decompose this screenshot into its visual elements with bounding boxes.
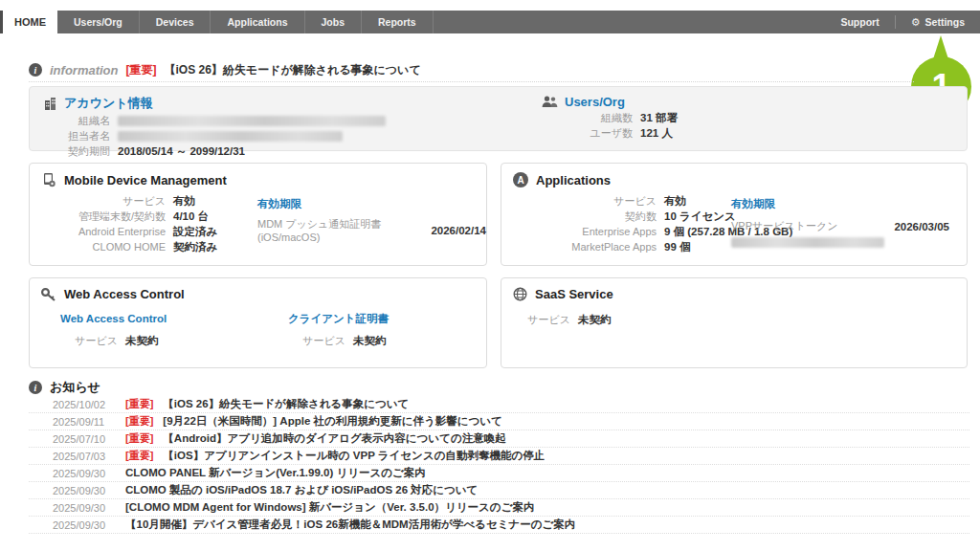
mdm-device-count-label: 管理端末数/契約数 bbox=[41, 209, 166, 223]
org-count-value: 31 部署 bbox=[640, 111, 678, 124]
information-link[interactable]: 【iOS 26】紛失モードが解除される事象について bbox=[165, 62, 421, 78]
news-date: 2025/09/30 bbox=[53, 519, 116, 531]
important-tag: [重要] bbox=[125, 431, 153, 446]
mdm-clomo-home-label: CLOMO HOME bbox=[41, 240, 166, 253]
wac-card: Web Access Control Web Access Control サー… bbox=[29, 277, 487, 368]
news-link[interactable]: CLOMO 製品の iOS/iPadOS 18.7 および iOS/iPadOS… bbox=[125, 483, 478, 497]
news-row: 2025/07/03 [重要] 【iOS】アプリアンインストール時の VPP ラ… bbox=[29, 448, 969, 465]
vpp-token-date: 2026/03/05 bbox=[894, 221, 949, 232]
vpp-token-label: VPPサービストークン bbox=[731, 220, 838, 231]
tab-applications[interactable]: Applications bbox=[211, 11, 304, 33]
important-tag: [重要] bbox=[125, 397, 153, 411]
wac-card-title: Web Access Control bbox=[64, 287, 185, 301]
info-icon: i bbox=[29, 63, 42, 77]
applications-card-title: Applications bbox=[536, 173, 611, 187]
user-count-label: ユーザ数 bbox=[542, 126, 633, 140]
key-icon bbox=[41, 288, 56, 301]
mdm-device-count-value: 4/10 台 bbox=[173, 209, 209, 223]
news-link[interactable]: 【Android】アプリ追加時のダイアログ表示内容についての注意喚起 bbox=[163, 431, 505, 446]
mdm-push-cert-date: 2026/02/14 bbox=[431, 225, 486, 236]
wac-link[interactable]: Web Access Control bbox=[60, 313, 167, 324]
information-label: information bbox=[50, 63, 119, 77]
mdm-push-cert-label: MDM プッシュ通知証明書 (iOS/macOS) bbox=[257, 217, 423, 243]
tab-jobs[interactable]: Jobs bbox=[305, 11, 363, 33]
org-name-redacted bbox=[118, 116, 386, 126]
news-icon: i bbox=[29, 381, 42, 394]
news-row: 2025/09/30 【10月開催】デバイス管理者必見！iOS 26新機能＆MD… bbox=[29, 517, 969, 534]
users-org-title[interactable]: Users/Org bbox=[565, 95, 625, 109]
top-nav-bar: HOME Users/Org Devices Applications Jobs… bbox=[0, 11, 980, 33]
saas-card: SaaS Service サービス 未契約 bbox=[501, 277, 968, 368]
news-list: 2025/10/02 [重要] 【iOS 26】紛失モードが解除される事象につい… bbox=[29, 396, 969, 534]
client-cert-service-value: 未契約 bbox=[353, 334, 387, 347]
news-link[interactable]: [9月22日（米国時間）] Apple 社の利用規約更新に伴う影響について bbox=[163, 414, 502, 429]
mdm-android-enterprise-label: Android Enterprise bbox=[41, 225, 166, 238]
appstore-icon: A bbox=[513, 172, 528, 187]
apps-marketplace-label: MarketPlace Apps bbox=[513, 240, 657, 253]
client-cert-link[interactable]: クライアント証明書 bbox=[288, 313, 389, 324]
important-tag: [重要] bbox=[126, 62, 157, 78]
nav-right-group: Support ⚙ Settings bbox=[825, 11, 980, 33]
mdm-service-value: 有効 bbox=[173, 194, 195, 208]
tab-users-org[interactable]: Users/Org bbox=[57, 11, 140, 33]
news-link[interactable]: 【iOS 26】紛失モードが解除される事象について bbox=[163, 397, 409, 411]
news-row: 2025/09/30 CLOMO PANEL 新バージョン(Ver.1.99.0… bbox=[29, 465, 969, 482]
account-info-section: アカウント情報 組織名 担当者名 契約期間 2018/05/14 ～ 2099/… bbox=[43, 95, 386, 158]
news-date: 2025/07/10 bbox=[53, 433, 116, 445]
contract-period-label: 契約期間 bbox=[43, 144, 110, 158]
mdm-clomo-home-value: 契約済み bbox=[173, 240, 217, 253]
contact-name-label: 担当者名 bbox=[43, 129, 110, 143]
account-info-title[interactable]: アカウント情報 bbox=[64, 95, 153, 112]
news-row: 2025/09/11 [重要] [9月22日（米国時間）] Apple 社の利用… bbox=[29, 413, 969, 430]
gear-icon: ⚙ bbox=[911, 17, 921, 28]
news-row: 2025/09/30 [CLOMO MDM Agent for Windows]… bbox=[29, 499, 969, 517]
apps-expiry-link[interactable]: 有効期限 bbox=[731, 198, 775, 209]
client-cert-service-label: サービス bbox=[288, 334, 345, 347]
support-button[interactable]: Support bbox=[825, 11, 894, 33]
contact-name-redacted bbox=[118, 131, 343, 142]
news-date: 2025/10/02 bbox=[53, 399, 116, 410]
apps-marketplace-value: 99 個 bbox=[664, 240, 691, 253]
applications-card: A Applications サービス有効 契約数10 ライセンス Enterp… bbox=[501, 163, 968, 266]
tab-home[interactable]: HOME bbox=[3, 11, 57, 33]
apps-service-value: 有効 bbox=[664, 194, 686, 208]
mdm-android-enterprise-value: 設定済み bbox=[173, 225, 217, 238]
org-name-label: 組織名 bbox=[43, 114, 110, 127]
mdm-service-label: サービス bbox=[41, 194, 166, 208]
apps-enterprise-label: Enterprise Apps bbox=[513, 225, 657, 238]
user-count-value: 121 人 bbox=[640, 126, 673, 140]
news-link[interactable]: CLOMO PANEL 新バージョン(Ver.1.99.0) リリースのご案内 bbox=[125, 466, 426, 480]
users-icon bbox=[542, 96, 558, 108]
news-row: 2025/07/10 [重要] 【Android】アプリ追加時のダイアログ表示内… bbox=[29, 430, 969, 448]
org-count-label: 組織数 bbox=[542, 111, 633, 124]
news-row: 2025/09/30 CLOMO 製品の iOS/iPadOS 18.7 および… bbox=[29, 482, 969, 499]
tab-devices[interactable]: Devices bbox=[140, 11, 212, 33]
news-row: 2025/10/02 [重要] 【iOS 26】紛失モードが解除される事象につい… bbox=[29, 396, 969, 413]
settings-button[interactable]: ⚙ Settings bbox=[896, 11, 980, 33]
device-gear-icon bbox=[41, 172, 56, 187]
apps-license-label: 契約数 bbox=[513, 209, 657, 223]
news-header: i お知らせ bbox=[29, 379, 100, 396]
settings-label: Settings bbox=[925, 16, 965, 28]
news-link[interactable]: 【10月開催】デバイス管理者必見！iOS 26新機能＆MDM活用術が学べるセミナ… bbox=[125, 518, 575, 532]
news-date: 2025/09/11 bbox=[53, 416, 116, 428]
important-tag: [重要] bbox=[125, 449, 153, 463]
tab-reports[interactable]: Reports bbox=[362, 11, 434, 33]
information-bar: i information [重要] 【iOS 26】紛失モードが解除される事象… bbox=[29, 58, 914, 82]
saas-service-value: 未契約 bbox=[578, 313, 612, 326]
apps-service-label: サービス bbox=[513, 194, 657, 208]
news-date: 2025/09/30 bbox=[53, 502, 116, 514]
wac-service-label: サービス bbox=[60, 334, 118, 347]
news-date: 2025/09/30 bbox=[53, 468, 116, 479]
saas-card-title: SaaS Service bbox=[535, 287, 613, 301]
vpp-token-redacted bbox=[731, 237, 884, 248]
important-tag: [重要] bbox=[125, 414, 153, 429]
news-date: 2025/07/03 bbox=[53, 451, 116, 462]
news-link[interactable]: 【iOS】アプリアンインストール時の VPP ライセンスの自動剥奪機能の停止 bbox=[163, 449, 545, 463]
news-link[interactable]: [CLOMO MDM Agent for Windows] 新バージョン（Ver… bbox=[125, 500, 534, 515]
mdm-card-title: Mobile Device Management bbox=[64, 173, 227, 187]
apps-license-value: 10 ライセンス bbox=[664, 209, 736, 223]
mdm-expiry-link[interactable]: 有効期限 bbox=[257, 198, 301, 209]
news-title: お知らせ bbox=[50, 379, 100, 396]
saas-service-label: サービス bbox=[513, 313, 570, 326]
